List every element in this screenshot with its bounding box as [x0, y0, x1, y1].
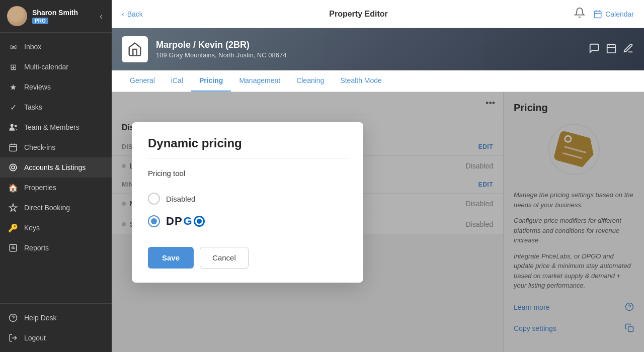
help-icon	[8, 313, 18, 323]
radio-inner-dot	[151, 218, 157, 224]
radio-dpgo[interactable]	[148, 215, 160, 227]
content-area: ••• Discounts, limits, fluctuation DISCO…	[112, 92, 644, 352]
svg-point-1	[15, 125, 17, 128]
svg-rect-19	[607, 44, 616, 53]
message-icon[interactable]	[589, 43, 600, 56]
save-button[interactable]: Save	[148, 247, 194, 269]
dynamic-pricing-modal: Dynamic pricing Pricing tool Disabled	[132, 122, 363, 283]
calendar-button[interactable]: Calendar	[593, 10, 634, 19]
sidebar-item-label: Reviews	[24, 83, 51, 91]
user-name: Sharon Smith	[32, 9, 78, 17]
svg-rect-2	[10, 144, 17, 151]
sidebar-item-check-ins[interactable]: Check-ins	[0, 137, 112, 157]
svg-rect-15	[594, 11, 601, 18]
back-button[interactable]: ‹ Back	[122, 10, 143, 18]
tab-general[interactable]: General	[122, 70, 163, 92]
sidebar-item-label: Keys	[24, 224, 40, 232]
bell-icon[interactable]	[574, 7, 585, 21]
tasks-icon: ✓	[8, 102, 18, 112]
sidebar-item-label: Logout	[24, 334, 46, 342]
modal-overlay: Dynamic pricing Pricing tool Disabled	[112, 92, 644, 352]
property-info: Marpole / Kevin (2BR) 109 Gray Mountains…	[156, 40, 581, 59]
properties-icon: 🏠	[8, 183, 18, 193]
sidebar-item-label: Help Desk	[24, 314, 57, 322]
user-info: Sharon Smith PRO	[32, 9, 78, 24]
sidebar-item-direct-booking[interactable]: Direct Booking	[0, 198, 112, 218]
sidebar: Sharon Smith PRO ‹ ✉ Inbox ⊞ Multi-calen…	[0, 0, 112, 352]
pricing-tool-section: Pricing tool Disabled DP	[148, 169, 347, 233]
property-address: 109 Gray Mountains, North Justin, NC 086…	[156, 51, 581, 59]
tab-stealth-mode[interactable]: Stealth Mode	[332, 70, 390, 92]
sidebar-item-inbox[interactable]: ✉ Inbox	[0, 37, 112, 57]
sidebar-nav: ✉ Inbox ⊞ Multi-calendar ★ Reviews ✓ Tas…	[0, 33, 112, 303]
topbar: ‹ Back Property Editor Calendar	[112, 0, 644, 28]
avatar	[7, 6, 27, 26]
dpgo-d: DP	[166, 215, 183, 228]
tab-cleaning[interactable]: Cleaning	[288, 70, 332, 92]
pricing-tool-label: Pricing tool	[148, 169, 347, 178]
sidebar-item-accounts-listings[interactable]: Accounts & Listings	[0, 157, 112, 178]
direct-booking-icon	[8, 203, 18, 213]
tab-management[interactable]: Management	[231, 70, 288, 92]
sidebar-item-label: Inbox	[24, 43, 41, 51]
sidebar-footer: Help Desk Logout	[0, 303, 112, 352]
tabs: General iCal Pricing Management Cleaning…	[112, 70, 644, 92]
sidebar-item-reports[interactable]: Reports	[0, 238, 112, 258]
property-name: Marpole / Kevin (2BR)	[156, 40, 581, 50]
settings-icon[interactable]	[623, 43, 634, 56]
sidebar-item-label: Properties	[24, 184, 56, 192]
sidebar-item-label: Team & Members	[24, 123, 79, 131]
logout-icon	[8, 333, 18, 343]
sidebar-item-label: Check-ins	[24, 143, 55, 151]
back-arrow-icon: ‹	[122, 10, 124, 18]
radio-disabled-label: Disabled	[166, 195, 195, 203]
tab-pricing[interactable]: Pricing	[191, 70, 231, 92]
radio-option-dpgo[interactable]: DP G	[148, 210, 347, 233]
sidebar-item-label: Accounts & Listings	[24, 163, 86, 171]
team-icon	[8, 122, 18, 132]
star-icon: ★	[8, 82, 18, 92]
dpgo-o-icon	[194, 216, 205, 227]
keys-icon: 🔑	[8, 223, 18, 233]
sidebar-user: Sharon Smith PRO	[7, 6, 78, 26]
sidebar-item-label: Tasks	[24, 103, 42, 111]
dpgo-g: G	[184, 215, 193, 228]
sidebar-item-keys[interactable]: 🔑 Keys	[0, 218, 112, 238]
radio-option-disabled[interactable]: Disabled	[148, 188, 347, 210]
topbar-actions: Calendar	[574, 7, 634, 21]
svg-point-6	[10, 164, 17, 171]
sidebar-item-multi-calendar[interactable]: ⊞ Multi-calendar	[0, 57, 112, 77]
property-icon	[122, 36, 148, 62]
sidebar-item-reviews[interactable]: ★ Reviews	[0, 77, 112, 97]
property-actions	[589, 43, 634, 56]
main-content: ‹ Back Property Editor Calendar Marpole …	[112, 0, 644, 352]
sidebar-item-team-members[interactable]: Team & Members	[0, 117, 112, 137]
sidebar-item-label: Multi-calendar	[24, 63, 68, 71]
sidebar-item-help-desk[interactable]: Help Desk	[0, 308, 112, 328]
svg-point-7	[12, 166, 15, 169]
calendar-icon[interactable]	[606, 43, 617, 56]
radio-disabled[interactable]	[148, 193, 160, 205]
calendar-grid-icon: ⊞	[8, 62, 18, 72]
cancel-button[interactable]: Cancel	[200, 247, 249, 269]
modal-footer: Save Cancel	[148, 247, 347, 269]
modal-title: Dynamic pricing	[148, 136, 347, 159]
sidebar-header: Sharon Smith PRO ‹	[0, 0, 112, 33]
property-header: Marpole / Kevin (2BR) 109 Gray Mountains…	[112, 28, 644, 70]
pro-badge: PRO	[32, 18, 48, 24]
checkin-icon	[8, 142, 18, 152]
sidebar-item-tasks[interactable]: ✓ Tasks	[0, 97, 112, 117]
page-title: Property Editor	[329, 10, 387, 19]
sidebar-item-label: Reports	[24, 244, 49, 252]
sidebar-collapse-button[interactable]: ‹	[98, 9, 105, 24]
sidebar-item-properties[interactable]: 🏠 Properties	[0, 178, 112, 198]
accounts-icon	[8, 162, 18, 172]
dpgo-logo: DP G	[166, 215, 205, 228]
sidebar-item-label: Direct Booking	[24, 204, 70, 212]
reports-icon	[8, 243, 18, 253]
inbox-icon: ✉	[8, 42, 18, 52]
tab-ical[interactable]: iCal	[163, 70, 191, 92]
sidebar-item-logout[interactable]: Logout	[0, 328, 112, 348]
svg-point-0	[11, 124, 14, 127]
